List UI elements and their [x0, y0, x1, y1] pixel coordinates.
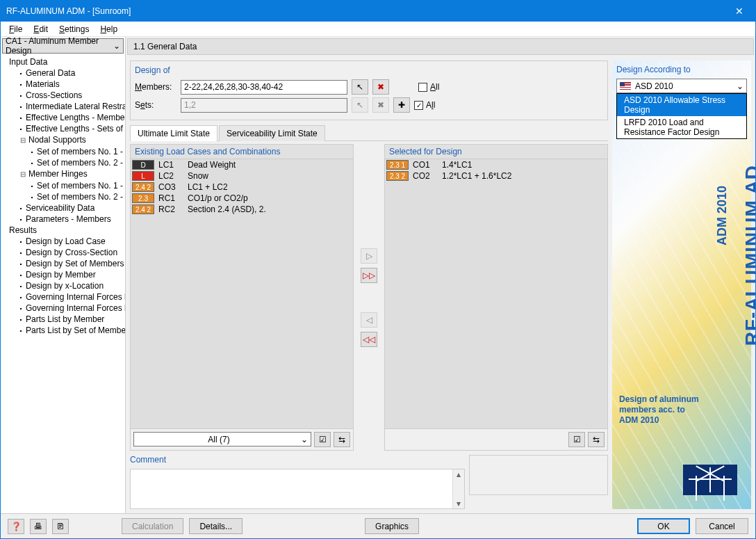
tree-input[interactable]: Input Data — [1, 56, 125, 67]
tab-sls[interactable]: Serviceability Limit State — [219, 125, 325, 141]
tree-item[interactable]: Set of members No. 1 - Cor — [1, 146, 125, 157]
select-all-icon[interactable]: ☑ — [314, 432, 331, 447]
group-title: Design of — [135, 65, 603, 75]
graphics-button[interactable]: Graphics — [365, 518, 419, 534]
case-combo-text: CA1 - Aluminum Member Design — [6, 37, 113, 56]
tag-badge: 2.3 2 — [386, 171, 409, 181]
invert-icon[interactable]: ⇆ — [334, 432, 350, 447]
tree-item[interactable]: Design by Member — [1, 269, 125, 280]
tree-item[interactable]: Parameters - Members — [1, 214, 125, 225]
scrollbar[interactable]: ▴▾ — [452, 469, 464, 508]
menu-help[interactable]: Help — [94, 23, 123, 35]
brand-subtext: ADM 2010 — [715, 186, 730, 246]
menu-edit[interactable]: Edit — [28, 23, 54, 35]
according-value: ASD 2010 — [635, 81, 673, 91]
tree-item[interactable]: Parts List by Member — [1, 314, 125, 325]
tree-item[interactable]: Design by Cross-Section — [1, 247, 125, 258]
tree-nodal[interactable]: Nodal Supports — [1, 134, 125, 146]
print-icon[interactable]: 🖶 — [30, 519, 47, 534]
desc: CO1/p or CO2/p — [188, 193, 248, 203]
tree-results[interactable]: Results — [1, 225, 125, 236]
tab-uls[interactable]: Ultimate Limit State — [130, 125, 217, 141]
flag-icon — [620, 82, 631, 90]
option-asd[interactable]: ASD 2010 Allowable Stress Design — [617, 94, 746, 116]
tree-item[interactable]: Set of members No. 1 - Cor — [1, 180, 125, 191]
cancel-button[interactable]: Cancel — [696, 518, 748, 534]
tree-item[interactable]: Governing Internal Forces by M — [1, 291, 125, 303]
list-item[interactable]: 2.3RC1CO1/p or CO2/p — [131, 193, 353, 204]
design-of-group: Design of Members: 2-22,24,26,28,30-38,4… — [130, 61, 608, 120]
list-item[interactable]: 2.4 2RC2Section 2.4 (ASD), 2. — [131, 204, 353, 215]
members-input[interactable]: 2-22,24,26,28,30-38,40-42 — [181, 80, 347, 95]
close-button[interactable]: ✕ — [723, 1, 755, 22]
tabs: Ultimate Limit State Serviceability Limi… — [130, 124, 608, 141]
existing-body[interactable]: DLC1Dead WeightLLC2Snow2.4 2CO3LC1 + LC2… — [131, 159, 353, 428]
help-icon[interactable]: ❓ — [8, 519, 24, 534]
tree-item[interactable]: Effective Lengths - Sets of Mem — [1, 123, 125, 134]
code: CO3 — [158, 182, 183, 192]
code: LC2 — [158, 171, 183, 181]
tag-badge: D — [132, 160, 154, 170]
chevron-down-icon: ⌄ — [301, 435, 308, 444]
selected-body[interactable]: 2.3 1CO11.4*LC12.3 2CO21.2*LC1 + 1.6*LC2 — [385, 159, 607, 428]
nav-tree[interactable]: Input Data General Data Materials Cross-… — [1, 55, 125, 513]
brand-desc: Design of aluminummembers acc. toADM 201… — [619, 394, 699, 426]
tree-item[interactable]: General Data — [1, 67, 125, 79]
tag-badge: 2.4 2 — [132, 182, 154, 192]
pick-members-icon[interactable]: ↖ — [352, 79, 368, 95]
option-lrfd[interactable]: LRFD 2010 Load and Resistance Factor Des… — [617, 116, 746, 138]
remove-all-icon[interactable]: ◁◁ — [361, 332, 377, 347]
filter-combo[interactable]: All (7)⌄ — [133, 432, 311, 447]
desc: 1.4*LC1 — [442, 160, 472, 170]
delete-members-icon[interactable]: ✖ — [372, 79, 389, 95]
sets-all-check[interactable]: ✓All — [414, 100, 435, 110]
list-item[interactable]: LLC2Snow — [131, 170, 353, 182]
transfer-buttons: ▷ ▷▷ ◁ ◁◁ — [358, 144, 380, 451]
ok-button[interactable]: OK — [637, 518, 690, 534]
brand-text: RF-ALUMINUM AD — [741, 165, 756, 346]
tree-item[interactable]: Parts List by Set of Members — [1, 325, 125, 336]
members-all-check[interactable]: All — [418, 82, 439, 92]
existing-header: Existing Load Cases and Combinations — [131, 145, 353, 159]
tag-badge: 2.3 1 — [386, 160, 409, 170]
desc: Snow — [188, 171, 208, 181]
case-combo[interactable]: CA1 - Aluminum Member Design ⌄ — [2, 38, 124, 54]
tree-item[interactable]: Cross-Sections — [1, 90, 125, 101]
list-item[interactable]: 2.4 2CO3LC1 + LC2 — [131, 182, 353, 193]
list-item[interactable]: DLC1Dead Weight — [131, 159, 353, 170]
invert-icon[interactable]: ⇆ — [588, 432, 605, 447]
list-item[interactable]: 2.3 2CO21.2*LC1 + 1.6*LC2 — [385, 170, 607, 182]
add-all-icon[interactable]: ▷▷ — [361, 268, 377, 283]
tree-item[interactable]: Effective Lengths - Members — [1, 112, 125, 123]
new-set-icon[interactable]: ✚ — [393, 97, 410, 113]
tag-badge: 2.4 2 — [132, 204, 154, 214]
sets-label: Sets: — [135, 100, 176, 110]
tree-item[interactable]: Design by x-Location — [1, 280, 125, 291]
design-according-group: Design According to ASD 2010 ⌄ ASD 2010 … — [612, 61, 751, 143]
chevron-down-icon: ⌄ — [113, 41, 120, 51]
comment-input[interactable]: ▴▾ — [130, 469, 465, 509]
tree-item[interactable]: Design by Load Case — [1, 236, 125, 247]
desc: LC1 + LC2 — [188, 182, 228, 192]
tree-item[interactable]: Design by Set of Members — [1, 258, 125, 269]
tree-item[interactable]: Serviceability Data — [1, 202, 125, 214]
code: CO2 — [413, 171, 438, 181]
tree-hinges[interactable]: Member Hinges — [1, 168, 125, 180]
list-item[interactable]: 2.3 1CO11.4*LC1 — [385, 159, 607, 170]
tree-item[interactable]: Materials — [1, 79, 125, 90]
panel-title: 1.1 General Data — [127, 38, 754, 55]
select-all-icon[interactable]: ☑ — [568, 432, 585, 447]
tree-item[interactable]: Intermediate Lateral Restraints — [1, 101, 125, 112]
menu-settings[interactable]: Settings — [54, 23, 94, 35]
tree-item[interactable]: Set of members No. 2 - Cor — [1, 157, 125, 168]
tree-item[interactable]: Set of members No. 2 - Cor — [1, 191, 125, 202]
details-button[interactable]: Details... — [189, 518, 243, 534]
according-select[interactable]: ASD 2010 ⌄ — [616, 79, 747, 93]
according-title: Design According to — [616, 65, 747, 74]
export-icon[interactable]: 🖹 — [52, 519, 69, 534]
menu-file[interactable]: File — [3, 23, 28, 35]
comment-label: Comment — [130, 455, 465, 465]
preview-box — [469, 455, 608, 495]
add-one-icon: ▷ — [361, 248, 377, 264]
tree-item[interactable]: Governing Internal Forces by Se — [1, 303, 125, 314]
